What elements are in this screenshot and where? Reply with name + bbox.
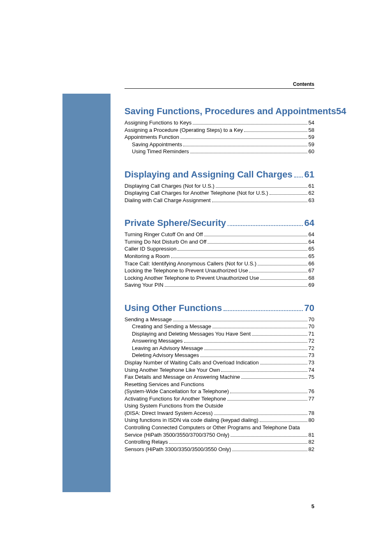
toc-entry-text[interactable]: Creating and Sending a Message	[132, 323, 211, 330]
toc-entry-text[interactable]: Answering Messages	[132, 337, 183, 345]
toc-entry-page[interactable]: 73	[309, 359, 314, 366]
toc-entry-page[interactable]: 76	[309, 388, 314, 395]
toc-entry-page[interactable]: 81	[309, 431, 314, 439]
page: Contents Saving Functions, Procedures an…	[0, 0, 392, 555]
toc-entry-page[interactable]: 62	[309, 189, 314, 197]
toc-entry-page[interactable]: 61	[309, 182, 314, 190]
toc-section-title-row: Using Other Functions70	[125, 303, 314, 313]
toc-entry-text[interactable]: Locking Another Telephone to Prevent Una…	[125, 274, 259, 282]
toc-section-title[interactable]: Saving Functions, Procedures and Appoint…	[125, 106, 336, 117]
toc-entry: Trace Call: Identifying Anonymous Caller…	[125, 260, 314, 267]
toc-entry-page[interactable]: 71	[309, 330, 314, 338]
toc-entry: Activating Functions for Another Telepho…	[125, 395, 314, 403]
toc-entry-text[interactable]: Using Another Telephone Like Your Own	[125, 366, 220, 374]
toc-entry-page[interactable]: 59	[309, 134, 314, 141]
toc-entry-page[interactable]: 60	[309, 148, 314, 155]
toc-entry-text[interactable]: Deleting Advisory Messages	[132, 352, 199, 359]
leader-dots	[270, 194, 307, 195]
leader-dots	[193, 124, 307, 124]
toc-entry-text[interactable]: Turning Ringer Cutoff On and Off	[125, 231, 203, 238]
leader-dots	[204, 236, 307, 236]
toc-entry-text[interactable]: Caller ID Suppression	[125, 245, 176, 253]
toc-entry-text[interactable]: Trace Call: Identifying Anonymous Caller…	[125, 260, 256, 267]
toc-entry-text[interactable]: Service (HiPath 3500/3550/3700/3750 Only…	[125, 431, 229, 439]
toc-section-page[interactable]: 54	[336, 106, 346, 117]
toc-entry: Saving Appointments59	[125, 141, 314, 148]
leader-dots	[228, 225, 303, 226]
toc-section-title-row: Private Sphere/Security64	[125, 218, 314, 228]
toc-entry-text[interactable]: Leaving an Advisory Message	[132, 345, 203, 352]
toc-entry-page[interactable]: 75	[309, 373, 314, 381]
toc-entry-page[interactable]: 58	[309, 127, 314, 134]
toc-entry-text[interactable]: Dialing with Call Charge Assignment	[125, 197, 211, 204]
toc-entry-page[interactable]: 65	[309, 253, 314, 260]
toc-entry-text[interactable]: Fax Details and Message on Answering Mac…	[125, 373, 240, 381]
toc-entry: Using Another Telephone Like Your Own74	[125, 366, 314, 374]
toc-entry-page[interactable]: 69	[309, 281, 314, 289]
leader-dots	[173, 321, 307, 321]
toc-entry-page[interactable]: 65	[309, 245, 314, 253]
leader-dots	[294, 177, 303, 177]
toc-entry-text[interactable]: Activating Functions for Another Telepho…	[125, 395, 226, 403]
toc-entry-text[interactable]: (System-Wide Cancellation for a Telephon…	[125, 388, 229, 395]
toc-entry-page[interactable]: 74	[309, 366, 314, 374]
toc-entry-page[interactable]: 82	[309, 446, 314, 453]
leader-dots	[208, 243, 307, 244]
toc-section-title[interactable]: Private Sphere/Security	[125, 218, 226, 228]
toc-entry-text[interactable]: Sensors (HiPath 3300/3350/3500/3550 Only…	[125, 446, 231, 453]
toc-entry-text[interactable]: Saving Appointments	[132, 141, 182, 148]
toc-section-page[interactable]: 61	[304, 169, 314, 180]
toc-entry-page[interactable]: 72	[309, 345, 314, 352]
toc-entry-text[interactable]: Saving Your PIN	[125, 281, 164, 289]
toc-section-title[interactable]: Using Other Functions	[125, 303, 222, 313]
toc-entry-page[interactable]: 78	[309, 410, 314, 417]
toc-section-page[interactable]: 70	[304, 303, 314, 313]
toc-entry-page[interactable]: 54	[309, 119, 314, 127]
toc-entry-text[interactable]: Resetting Services and Functions	[125, 381, 204, 388]
leader-dots	[180, 138, 307, 139]
leader-dots	[216, 187, 307, 188]
toc-entries: Turning Ringer Cutoff On and Off64Turnin…	[125, 231, 314, 288]
toc-entry-text[interactable]: Displaying Call Charges (Not for U.S.)	[125, 182, 214, 190]
toc-entry-page[interactable]: 59	[309, 141, 314, 148]
toc-entry-text[interactable]: Turning Do Not Disturb On and Off	[125, 238, 206, 246]
toc-entry-page[interactable]: 67	[309, 267, 314, 274]
toc-entry: Fax Details and Message on Answering Mac…	[125, 373, 314, 381]
toc-entry-text[interactable]: Displaying and Deleting Messages You Hav…	[132, 330, 251, 338]
toc-entry-text[interactable]: Displaying Call Charges for Another Tele…	[125, 189, 268, 197]
toc-entry-page[interactable]: 73	[309, 352, 314, 359]
leader-dots	[212, 202, 307, 202]
toc-entry-page[interactable]: 82	[309, 438, 314, 446]
toc-section-page[interactable]: 64	[304, 218, 314, 228]
leader-dots	[171, 258, 307, 258]
toc-entry-page[interactable]: 63	[309, 197, 314, 204]
toc-entry-text[interactable]: Assigning Functions to Keys	[125, 119, 191, 127]
toc-entry-page[interactable]: 77	[309, 395, 314, 403]
toc-entry-page[interactable]: 80	[309, 417, 314, 424]
toc-entry-page[interactable]: 72	[309, 337, 314, 345]
toc-entry-text[interactable]: Controlling Connected Computers or Other…	[125, 424, 300, 431]
toc-entry-page[interactable]: 68	[309, 274, 314, 282]
toc-entry-text[interactable]: Monitoring a Room	[125, 253, 170, 260]
toc-section-title[interactable]: Displaying and Assigning Call Charges	[125, 169, 293, 180]
leader-dots	[212, 328, 307, 328]
toc-entry-text[interactable]: Locking the Telephone to Prevent Unautho…	[125, 267, 248, 274]
toc-entry-page[interactable]: 70	[309, 323, 314, 330]
toc-entry-text[interactable]: Appointments Function	[125, 134, 179, 141]
toc-entry-text[interactable]: Using System Functions from the Outside	[125, 402, 223, 410]
toc-entry-page[interactable]: 64	[309, 238, 314, 246]
toc-entry-text[interactable]: (DISA: Direct Inward System Access)	[125, 410, 213, 417]
toc-entry-text[interactable]: Controlling Relays	[125, 438, 168, 446]
toc-entry-page[interactable]: 66	[309, 260, 314, 267]
toc-entry: Resetting Services and Functions	[125, 381, 314, 388]
toc-section-title-row: Displaying and Assigning Call Charges61	[125, 169, 314, 180]
toc-entry-text[interactable]: Using Timed Reminders	[132, 148, 189, 155]
toc-entry-page[interactable]: 70	[309, 316, 314, 323]
toc-entry-text[interactable]: Assigning a Procedure (Operating Steps) …	[125, 127, 243, 134]
toc-entry: Locking the Telephone to Prevent Unautho…	[125, 267, 314, 274]
toc-entry-page[interactable]: 64	[309, 231, 314, 238]
toc-entry-text[interactable]: Display Number of Waiting Calls and Over…	[125, 359, 259, 366]
toc-entry-text[interactable]: Using functions in ISDN via code dialing…	[125, 417, 258, 424]
toc-entry-text[interactable]: Sending a Message	[125, 316, 172, 323]
toc-entry: Answering Messages72	[125, 337, 314, 345]
